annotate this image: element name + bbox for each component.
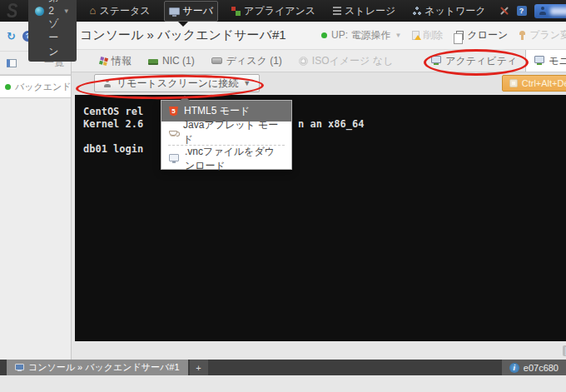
main-panel: コンソール » バックエンドサーバ#1 UP: 電源操作 ▼ 削除 クローン xyxy=(72,22,566,360)
navbar-right-group: アカウント xyxy=(499,0,566,27)
clone-button[interactable]: クローン xyxy=(454,28,508,42)
globe-icon xyxy=(35,7,44,16)
storage-icon xyxy=(333,7,341,15)
page-header: コンソール » バックエンドサーバ#1 UP: 電源操作 ▼ 削除 クローン xyxy=(72,22,566,50)
ctrl-alt-del-button[interactable]: Ctrl+Alt+Del xyxy=(502,75,566,92)
tab-iso-image: ISOイメージ なし xyxy=(290,50,401,72)
app-window: S 石狩第2ゾーン ▼ ⌂ ステータス サーバ アプライアンス ストレージ ネッ… xyxy=(0,0,566,392)
nav-item-server[interactable]: サーバ xyxy=(164,1,219,22)
monitor-icon xyxy=(15,364,24,370)
console-line: CentOS rel xyxy=(83,106,566,118)
page-title: コンソール » バックエンドサーバ#1 xyxy=(80,27,286,43)
keyboard-key-icon xyxy=(509,79,518,87)
power-on-dot-icon xyxy=(5,84,11,90)
tab-bar: 情報 NIC (1) ディスク (1) ISOイメージ なし アクティビティ xyxy=(72,50,566,72)
vnc-file-icon xyxy=(169,154,179,161)
server-icon xyxy=(169,7,180,15)
disk-icon xyxy=(211,57,222,64)
nav-item-status[interactable]: ⌂ ステータス xyxy=(86,2,155,21)
console-login-prompt: db01 login xyxy=(83,143,566,156)
html5-icon xyxy=(169,107,178,117)
tab-nic[interactable]: NIC (1) xyxy=(140,50,203,72)
dropdown-pointer xyxy=(180,96,190,101)
tab-monitor[interactable]: モニタ xyxy=(525,50,566,72)
statusbar-tab-console[interactable]: コンソール » バックエンドサーバ#1 xyxy=(7,360,188,375)
iso-image-icon xyxy=(299,57,308,66)
nav-item-appliance[interactable]: アプライアンス xyxy=(227,2,320,21)
connect-mode-dropdown-menu: HTML5 モード Javaアプレット モード .vncファイルをダウンロード xyxy=(161,100,292,170)
nic-icon xyxy=(148,59,158,65)
bottom-status-bar: コンソール » バックエンドサーバ#1 + e07c680 xyxy=(0,360,566,375)
remote-console-screen[interactable]: CentOS rel Kernel 2.6 n an x86_64 db01 l… xyxy=(75,95,566,342)
power-status-dropdown[interactable]: UP: 電源操作 ▼ xyxy=(321,28,401,42)
help-icon[interactable] xyxy=(517,6,527,16)
info-pinwheel-icon xyxy=(99,57,108,66)
list-book-icon[interactable] xyxy=(7,59,17,67)
remote-screen-connect-button[interactable]: リモートスクリーンに接続 ▼ xyxy=(94,74,260,92)
active-nav-pointer xyxy=(178,22,188,27)
console-line xyxy=(83,131,566,143)
sidebar-item-backend-server[interactable]: バックエンドサ xyxy=(0,75,72,98)
console-footer-strip: [+] xyxy=(72,341,566,360)
build-version-badge: e07c680 xyxy=(502,360,566,375)
delete-button: 削除 xyxy=(412,28,443,42)
nav-item-storage[interactable]: ストレージ xyxy=(329,2,400,21)
header-actions: UP: 電源操作 ▼ 削除 クローン プラン変更 xyxy=(321,28,566,42)
console-line: Kernel 2.6 n an x86_64 xyxy=(83,118,566,131)
sakura-cloud-logo: S xyxy=(7,0,17,21)
console-line-fragment: n an x86_64 xyxy=(298,118,364,131)
clone-copy-icon xyxy=(456,31,464,40)
plan-change-button: プラン変更 xyxy=(519,28,566,42)
person-icon xyxy=(539,7,547,16)
menu-item-download-vnc-file[interactable]: .vncファイルをダウンロード xyxy=(161,148,291,169)
refresh-icon[interactable]: ↻ xyxy=(7,32,16,42)
console-toolbar: リモートスクリーンに接続 ▼ Ctrl+Alt+Del xyxy=(72,72,566,95)
tab-info[interactable]: 情報 xyxy=(92,50,140,72)
activity-monitor-icon xyxy=(431,56,441,63)
expand-console-control[interactable]: [+] xyxy=(563,345,566,356)
monitor-icon xyxy=(534,56,544,63)
chevron-down-icon: ▼ xyxy=(63,7,70,15)
menu-item-java-applet-mode[interactable]: Javaアプレット モード xyxy=(161,122,291,142)
chevron-down-icon: ▼ xyxy=(243,79,251,87)
body-row: ↻ 一覧 バックエンドサ コンソール » バックエンドサーバ#1 UP xyxy=(0,22,566,360)
plan-change-icon xyxy=(519,31,526,40)
tools-icon[interactable] xyxy=(499,6,509,16)
new-tab-button[interactable]: + xyxy=(190,360,208,375)
zone-selector[interactable]: 石狩第2ゾーン ▼ xyxy=(28,0,76,62)
network-icon xyxy=(413,7,421,15)
home-icon: ⌂ xyxy=(90,6,97,16)
sidebar: ↻ 一覧 バックエンドサ xyxy=(0,22,72,360)
delete-page-icon xyxy=(412,31,420,40)
chevron-down-icon: ▼ xyxy=(395,32,401,39)
status-up-dot-icon xyxy=(321,32,327,38)
top-navbar: S 石狩第2ゾーン ▼ ⌂ ステータス サーバ アプライアンス ストレージ ネッ… xyxy=(0,0,566,22)
tab-activity[interactable]: アクティビティ xyxy=(423,50,525,72)
account-name-redacted xyxy=(550,7,566,15)
tab-disk[interactable]: ディスク (1) xyxy=(203,50,290,72)
zone-label: 石狩第2ゾーン xyxy=(48,0,58,59)
info-icon xyxy=(509,363,519,373)
appliance-icon xyxy=(231,7,241,16)
nav-item-network[interactable]: ネットワーク xyxy=(409,2,489,21)
java-cup-icon xyxy=(169,131,177,136)
account-pill[interactable] xyxy=(534,4,566,18)
person-icon xyxy=(103,79,112,88)
